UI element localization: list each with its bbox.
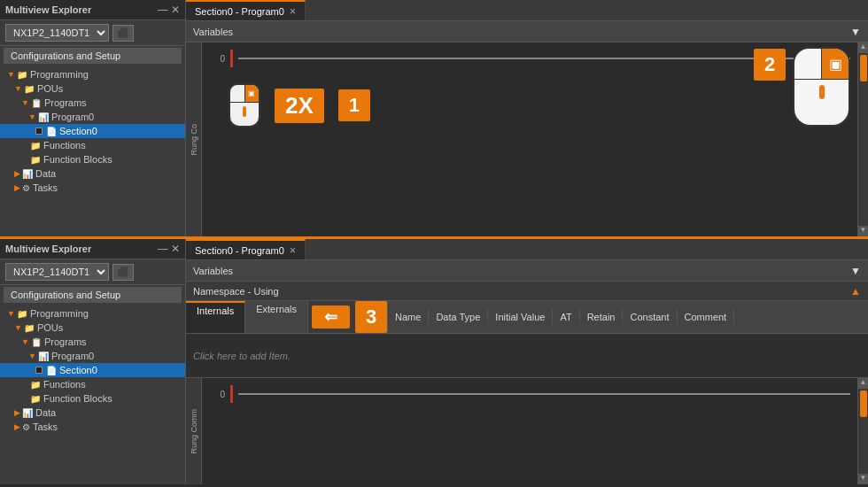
btree-item-data[interactable]: ▶ 📊 Data — [0, 406, 185, 420]
bottom-add-item[interactable]: Click here to add Item. — [186, 347, 298, 365]
pin-icon[interactable]: — ✕ — [158, 4, 180, 16]
bottom-rung-red-bar — [230, 385, 233, 403]
tree-label-tasks: Tasks — [33, 182, 58, 193]
tree-item-data[interactable]: ▶ 📊 Data — [0, 166, 185, 181]
tree-item-pous[interactable]: ▼ 📁 POUs — [0, 81, 185, 96]
btree-label-tasks: Tasks — [33, 421, 58, 432]
bscroll-up-btn[interactable]: ▲ — [858, 378, 868, 389]
top-rung-red-bar — [230, 50, 233, 67]
bottom-sidebar-header: Multiview Explorer — ✕ — [0, 239, 185, 259]
top-scrollbar-right[interactable]: ▲ ▼ — [857, 43, 868, 236]
bottom-tab-section0[interactable]: Section0 - Program0 × — [186, 239, 306, 259]
bfolder-icon: 📁 — [17, 309, 27, 319]
btree-item-functions[interactable]: 📁 Functions — [0, 377, 185, 391]
tree-arrow-tasks: ▶ — [14, 183, 20, 192]
bfolder-icon-functions: 📁 — [30, 380, 41, 390]
bottom-device-select[interactable]: NX1P2_1140DT1 — [5, 263, 109, 281]
folder-icon-function-blocks: 📁 — [30, 155, 41, 165]
bottom-sidebar-tree: ▼ 📁 Programming ▼ 📁 POUs ▼ 📋 Programs ▼ … — [0, 305, 185, 484]
big-mouse-top: ▣ — [794, 49, 849, 80]
tree-item-tasks[interactable]: ▶ ⚙ Tasks — [0, 181, 185, 195]
bottom-tab-close[interactable]: × — [290, 244, 296, 257]
table-icon-data: 📊 — [22, 169, 33, 179]
col-header-retain: Retain — [580, 309, 624, 325]
bscroll-thumb[interactable] — [860, 390, 867, 417]
btree-item-programs[interactable]: ▼ 📋 Programs — [0, 335, 185, 349]
bottom-internals-label: Internals — [197, 305, 234, 316]
btree-arrow-programming: ▼ — [7, 309, 15, 318]
big-mouse-right-icon: ▣ — [829, 56, 842, 73]
badge-1: 1 — [338, 89, 370, 121]
top-device-select[interactable]: NX1P2_1140DT1 — [5, 24, 109, 42]
top-config-item[interactable]: Configurations and Setup — [4, 48, 182, 64]
bottom-rung-number: 0 — [209, 390, 225, 399]
bottom-main-content: Section0 - Program0 × Variables ▼ Namesp… — [186, 239, 868, 484]
bottom-rung-side-label: Rung Comm — [186, 378, 202, 484]
tree-arrow-data: ▶ — [14, 169, 20, 178]
tree-item-programming[interactable]: ▼ 📁 Programming — [0, 67, 185, 81]
bottom-tab-internals[interactable]: Internals — [186, 301, 245, 333]
tree-label-programming: Programming — [30, 69, 89, 80]
btree-item-program0[interactable]: ▼ 📊 Program0 — [0, 349, 185, 363]
tree-item-functions[interactable]: 📁 Functions — [0, 138, 185, 152]
bottom-tab-externals[interactable]: Externals — [245, 301, 308, 333]
top-tab-close[interactable]: × — [290, 5, 296, 18]
bottom-tab-label: Section0 - Program0 — [195, 245, 284, 256]
btree-item-pous[interactable]: ▼ 📁 POUs — [0, 321, 185, 335]
bottom-device-icon-btn[interactable]: ⬛ — [112, 264, 134, 281]
tree-label-data: Data — [35, 168, 56, 179]
col-header-constant: Constant — [623, 309, 677, 325]
top-rung-number: 0 — [209, 54, 225, 64]
tree-item-programs[interactable]: ▼ 📋 Programs — [0, 96, 185, 110]
bottom-pin-icon[interactable]: — ✕ — [158, 243, 180, 255]
small-mouse-icon: ▣ — [229, 83, 260, 128]
tree-arrow-programs: ▼ — [21, 98, 29, 107]
arrow-badge: ⇐ — [312, 305, 350, 329]
btree-item-programming[interactable]: ▼ 📁 Programming — [0, 306, 185, 321]
btree-item-tasks[interactable]: ▶ ⚙ Tasks — [0, 420, 185, 434]
folder-icon-functions: 📁 — [30, 141, 41, 151]
tree-label-functions: Functions — [43, 140, 86, 151]
btree-item-section0[interactable]: 📄 Section0 — [0, 363, 185, 377]
scroll-thumb[interactable] — [860, 55, 867, 81]
bottom-sidebar: Multiview Explorer — ✕ NX1P2_1140DT1 ⬛ C… — [0, 239, 186, 484]
bottom-table-headers: Name Data Type Initial Value AT Retain C… — [387, 301, 868, 333]
bsection0-icon — [35, 367, 43, 374]
table-icon-program0: 📊 — [38, 112, 49, 122]
scroll-up-btn[interactable]: ▲ — [858, 43, 868, 53]
bottom-config-item[interactable]: Configurations and Setup — [4, 287, 182, 303]
top-main-content: Section0 - Program0 × Variables ▼ Rung C… — [186, 0, 868, 236]
tree-label-program0: Program0 — [51, 112, 94, 122]
bottom-table-tabs-row: Internals Externals ⇐ 3 Name Data Type I… — [186, 301, 868, 334]
big-mouse-scroll — [819, 85, 825, 99]
tree-arrow-pous: ▼ — [14, 84, 22, 93]
top-variables-bar: Variables ▼ — [186, 21, 868, 43]
tree-item-function-blocks[interactable]: 📁 Function Blocks — [0, 152, 185, 166]
folder-icon-pous: 📁 — [24, 84, 35, 94]
top-tab-label: Section0 - Program0 — [195, 6, 284, 17]
btree-label-data: Data — [35, 407, 56, 418]
scroll-down-btn[interactable]: ▼ — [858, 226, 868, 236]
btree-arrow-tasks: ▶ — [14, 422, 20, 431]
arrow-badge-row: ⇐ 3 — [312, 301, 387, 333]
btree-item-function-blocks[interactable]: 📁 Function Blocks — [0, 391, 185, 406]
col-header-comment: Comment — [678, 309, 735, 325]
bottom-scrollbar-right[interactable]: ▲ ▼ — [857, 378, 868, 484]
bfolder-icon-function-blocks: 📁 — [30, 394, 41, 404]
bottom-namespace-label: Namespace - Using — [193, 286, 279, 297]
bottom-namespace-arrow[interactable]: ▲ — [850, 285, 861, 298]
bscroll-down-btn[interactable]: ▼ — [858, 474, 868, 484]
bottom-variables-bar: Variables ▼ — [186, 260, 868, 282]
top-device-icon-btn[interactable]: ⬛ — [112, 25, 134, 42]
tree-item-section0[interactable]: 📄 Section0 — [0, 124, 185, 138]
section0-icon — [35, 128, 43, 135]
tree-item-program0[interactable]: ▼ 📊 Program0 — [0, 110, 185, 124]
top-variables-arrow[interactable]: ▼ — [850, 26, 861, 38]
top-rung-side-label: Rung Co — [186, 43, 202, 236]
big-mouse-right-btn: ▣ — [822, 49, 849, 79]
top-sidebar-tree: ▼ 📁 Programming ▼ 📁 POUs ▼ 📋 Programs — [0, 66, 185, 236]
top-tab-section0[interactable]: Section0 - Program0 × — [186, 0, 306, 20]
bottom-variables-arrow[interactable]: ▼ — [850, 265, 861, 277]
bottom-device-row: NX1P2_1140DT1 ⬛ — [0, 259, 185, 285]
top-sidebar-header: Multiview Explorer — ✕ — [0, 0, 185, 20]
